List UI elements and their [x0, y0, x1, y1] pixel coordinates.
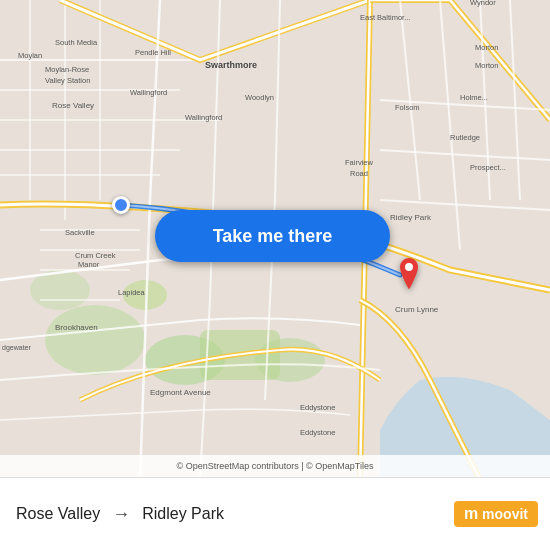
svg-text:Swarthmore: Swarthmore — [205, 60, 257, 70]
svg-text:Eddystone: Eddystone — [300, 403, 335, 412]
attribution-text: © OpenStreetMap contributors | © OpenMap… — [177, 461, 374, 471]
svg-text:Road: Road — [350, 169, 368, 178]
svg-text:Rutledge: Rutledge — [450, 133, 480, 142]
svg-text:Morton: Morton — [475, 43, 498, 52]
svg-text:Fairview: Fairview — [345, 158, 374, 167]
route-to-label: Ridley Park — [142, 505, 224, 523]
destination-pin — [395, 258, 423, 298]
svg-point-60 — [405, 263, 413, 271]
svg-text:Valley Station: Valley Station — [45, 76, 90, 85]
svg-text:Woodlyn: Woodlyn — [245, 93, 274, 102]
svg-text:Eddystone: Eddystone — [300, 428, 335, 437]
svg-text:dgewater: dgewater — [2, 344, 31, 352]
svg-text:Lapidea: Lapidea — [118, 288, 146, 297]
svg-text:Wallingford: Wallingford — [130, 88, 167, 97]
svg-text:Edgmont Avenue: Edgmont Avenue — [150, 388, 211, 397]
svg-text:Folsom: Folsom — [395, 103, 420, 112]
route-from-label: Rose Valley — [16, 505, 100, 523]
map-container: Rose Valley Moylan South Media Moylan-Ro… — [0, 0, 550, 480]
svg-text:Holme...: Holme... — [460, 93, 488, 102]
svg-text:Sackville: Sackville — [65, 228, 95, 237]
svg-text:Moylan-Rose: Moylan-Rose — [45, 65, 89, 74]
start-location-dot — [112, 196, 130, 214]
svg-text:Crum Creek: Crum Creek — [75, 251, 116, 260]
svg-point-1 — [45, 305, 145, 375]
moovit-m-icon: m — [464, 505, 478, 523]
svg-text:Morton: Morton — [475, 61, 498, 70]
take-me-there-label: Take me there — [213, 226, 333, 247]
svg-text:Wallingford: Wallingford — [185, 113, 222, 122]
svg-text:East Baltimor...: East Baltimor... — [360, 13, 410, 22]
svg-text:Moylan: Moylan — [18, 51, 42, 60]
take-me-there-button[interactable]: Take me there — [155, 210, 390, 262]
svg-text:Prospect...: Prospect... — [470, 163, 506, 172]
svg-text:Manor: Manor — [78, 260, 100, 269]
svg-text:South Media: South Media — [55, 38, 98, 47]
svg-text:Rose Valley: Rose Valley — [52, 101, 94, 110]
svg-text:Wyndor: Wyndor — [470, 0, 496, 7]
moovit-brand-text: moovit — [482, 506, 528, 522]
svg-text:Ridley Park: Ridley Park — [390, 213, 432, 222]
svg-text:Pendle Hill: Pendle Hill — [135, 48, 171, 57]
bottom-navigation-bar: Rose Valley → Ridley Park m moovit — [0, 477, 550, 550]
route-arrow-icon: → — [112, 504, 130, 525]
svg-text:Brookhaven: Brookhaven — [55, 323, 98, 332]
map-attribution: © OpenStreetMap contributors | © OpenMap… — [0, 455, 550, 477]
svg-text:Crum Lynne: Crum Lynne — [395, 305, 439, 314]
moovit-logo: m moovit — [454, 501, 538, 527]
